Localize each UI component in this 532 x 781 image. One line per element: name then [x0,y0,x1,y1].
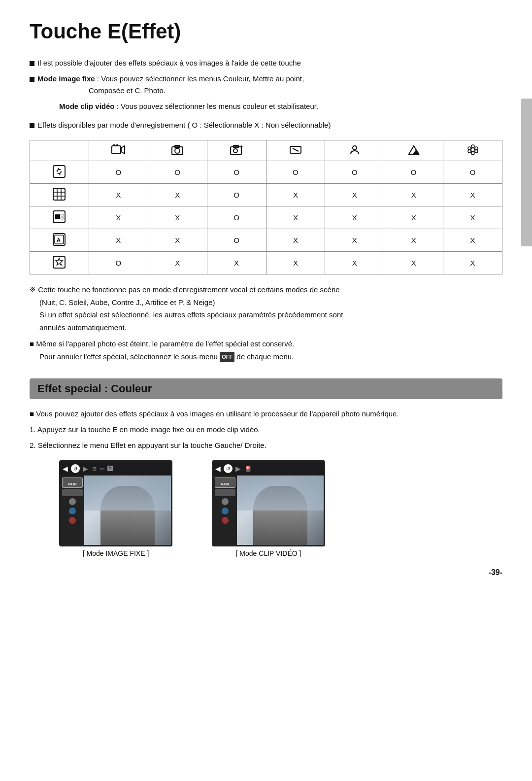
preview-images-container: ◀ ↺ ▶ ⊞ ▭ 🅰 NOR [59,460,473,557]
table-row-3: X X O X X X X [30,206,502,229]
table-row-2: X X O X X X X [30,184,502,206]
table-row-5-icon [30,252,89,274]
note-1-sub2: Si un effet spécial est sélectionné, les… [30,308,502,321]
table-cell-4-6: X [384,229,443,252]
bullet-4: Effets disponibles par mode d'enregistre… [30,119,502,131]
svg-text:A: A [57,237,61,243]
table-cell-5-2: X [148,252,207,274]
table-cell-1-1: O [89,161,148,184]
note-2-sub: Pour annuler l'effet spécial, sélectionn… [30,350,502,363]
focus-effect-icon [53,210,66,223]
mute-icon [290,144,301,155]
table-cell-3-3: O [207,206,266,229]
table-cell-1-4: O [266,161,325,184]
section2-intro: ■ Vous pouvez ajouter des effets spéciau… [30,408,502,420]
table-cell-3-1: X [89,206,148,229]
table-cell-2-7: X [443,184,502,206]
effect-table: + [30,140,502,274]
bullet-2: Mode image fixe : Vous pouvez sélectionn… [30,73,502,97]
svg-rect-24 [53,188,65,200]
table-cell-2-1: X [89,184,148,206]
table-cell-4-2: X [148,229,207,252]
lcd-left-sidebar: NOR [61,475,84,545]
preview-clip-video: ◀ ↺ ▶ 🎴 NOR [212,460,325,557]
table-header-5 [325,140,384,161]
svg-point-8 [233,149,237,153]
table-cell-4-1: X [89,229,148,252]
table-cell-2-3: O [207,184,266,206]
table-cell-5-4: X [266,252,325,274]
table-row-1: O O O O O O O [30,161,502,184]
note-1-sub: (Nuit, C. Soleil, Aube, Contre J., Artif… [30,296,502,309]
svg-rect-31 [61,214,64,216]
lcd-top-menu: ◀ ↺ ▶ ⊞ ▭ 🅰 [61,462,171,475]
svg-point-13 [353,146,357,150]
caption-clip-video: [ Mode CLIP VIDÉO ] [236,549,301,557]
person-icon [349,144,360,155]
compose-effect-icon [53,188,66,201]
table-cell-3-5: X [325,206,384,229]
table-header-6 [384,140,443,161]
table-cell-2-5: X [325,184,384,206]
bullet-3: Mode clip vidéo : Vous pouvez sélectionn… [30,101,502,112]
table-cell-4-5: X [325,229,384,252]
table-cell-2-6: X [384,184,443,206]
table-row-4-icon: A [30,229,89,252]
color-effect-icon [53,165,66,178]
bullet-icon-4 [30,123,34,128]
note-2: ■ Même si l'appareil photo est éteint, l… [30,338,502,350]
table-header-4 [266,140,325,161]
table-cell-1-7: O [443,161,502,184]
table-cell-3-4: X [266,206,325,229]
table-row-3-icon [30,206,89,229]
page-title: Touche E(Effet) [30,20,502,43]
table-header-7 [443,140,502,161]
svg-marker-15 [413,149,420,154]
table-cell-5-7: X [443,252,502,274]
bullet-icon-1 [30,61,34,66]
table-cell-5-1: O [89,252,148,274]
table-cell-4-3: O [207,229,266,252]
page-container: Touche E(Effet) Il est possible d'ajoute… [0,0,532,592]
table-header-2 [148,140,207,161]
table-row-4: A X X O X X X X [30,229,502,252]
svg-point-19 [475,150,478,153]
lcd-top-menu-2: ◀ ↺ ▶ 🎴 [213,462,324,475]
notes-section: ※ Cette touche ne fonctionne pas en mode… [30,283,502,363]
table-cell-1-2: O [148,161,207,184]
svg-rect-30 [55,214,60,219]
table-cell-3-6: X [384,206,443,229]
table-cell-2-2: X [148,184,207,206]
movie-camera-icon [111,144,125,155]
mountain-icon [408,144,420,155]
svg-marker-1 [121,146,125,154]
lcd-photo-area-2 [237,475,324,545]
flower-icon [467,144,478,155]
svg-marker-37 [56,258,63,265]
table-cell-5-6: X [384,252,443,274]
table-header-1 [89,140,148,161]
lcd-image-fixe: ◀ ↺ ▶ ⊞ ▭ 🅰 NOR [59,460,172,546]
table-header-3: + [207,140,266,161]
svg-rect-3 [116,144,118,146]
table-row-5: O X X X X X X [30,252,502,274]
table-cell-4-7: X [443,229,502,252]
table-row-1-icon [30,161,89,184]
table-header-empty [30,140,89,161]
table-row-2-icon [30,184,89,206]
table-cell-2-4: X [266,184,325,206]
photo-camera-plus-icon: + [230,144,243,155]
page-number: -39- [489,568,502,577]
table-cell-5-3: X [207,252,266,274]
preview-image-fixe: ◀ ↺ ▶ ⊞ ▭ 🅰 NOR [59,460,172,557]
bullet-1: Il est possible d'ajouter des effets spé… [30,57,502,69]
lcd-clip-video: ◀ ↺ ▶ 🎴 NOR [212,460,325,546]
caption-image-fixe: [ Mode IMAGE FIXE ] [83,549,149,557]
frame-effect-icon: A [53,233,66,246]
off-badge: OFF [220,352,234,362]
lcd-photo-area [84,475,171,545]
sparkle-effect-icon [53,256,66,269]
svg-rect-23 [53,166,65,177]
svg-rect-2 [113,144,115,146]
svg-point-18 [475,147,478,150]
